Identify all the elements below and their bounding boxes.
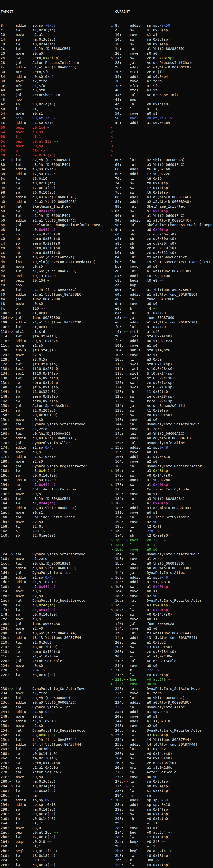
asm-line: 24c: addiu a1,s1,0x810 — [1, 719, 106, 723]
asm-line: 148: move a1,zero — [107, 427, 213, 431]
asm-line: 4c: lh v0,0x1c(s0) — [1, 102, 106, 106]
asm-line: 188: lw a3,0x4c(sp) — [1, 468, 106, 473]
asm-line: 104:~> jal func_80A87800 — [1, 315, 106, 320]
asm-line: c4: sb zero,0x30f(s0) — [1, 241, 106, 246]
asm-line: i 218: b 27c ~> — [107, 668, 213, 673]
asm-line: i 1c8: addiu a1,sp,0x48 — [107, 575, 213, 580]
asm-line: 284:~> lw s0,0x34(sp) — [1, 784, 106, 788]
asm-line: fc: b 110 ~> — [1, 306, 106, 311]
asm-line: 19c: move a0,s1 — [1, 492, 106, 496]
asm-line: b4: lui t9,%hi(gSaveContext) — [107, 255, 213, 260]
asm-line: 18c: addiu a3,a3,%lo(D_80A88CB4) — [107, 506, 213, 510]
asm-line: 2b8: li at,1 — [1, 844, 106, 849]
asm-line: 1b4: jal DynaPolyInfo_SetActorMove — [107, 552, 213, 557]
asm-line: 100: lui at,0x4120 — [1, 311, 106, 315]
target-column: TARGET 8: addiu sp,sp,-0x58c: sw s1,0x38… — [1, 0, 106, 868]
asm-line: 164: move a1,zero — [1, 427, 106, 431]
asm-line: 274: move a0,s0 — [107, 775, 213, 779]
asm-line: 198: move a2,s0 — [107, 520, 213, 524]
asm-line: b0: sb zero,0x311(s0) — [107, 250, 213, 255]
current-header: CURRENT — [107, 9, 213, 14]
asm-line: 26c: sw t4,0x130(s0) — [1, 756, 106, 761]
asm-line: 230: lui a0,%hi(D_0600BA8C) — [107, 695, 213, 700]
asm-line: 48: nop — [107, 97, 213, 102]
asm-line: 74: sw t8,0x18(sp) — [107, 181, 213, 186]
current-column: CURRENT i 8: addiu sp,sp,-0x50 c: sw s1,… — [107, 0, 213, 868]
asm-line: 1cc: lui a0,%hi(D_06001830) — [1, 561, 106, 566]
asm-line: 248: move a0,s1 — [1, 714, 106, 719]
asm-line: 26c: ori a1,a1,0x2d0e — [107, 765, 213, 770]
asm-line: 110:~> mtc1 at,$f6 — [1, 329, 106, 334]
asm-line: 10c: lui at,0x4120 — [1, 325, 106, 329]
asm-line: a8: sb zero,0x30f(s0) — [107, 241, 213, 246]
asm-line: 104: sub.s $f8,$f4,$f6 — [107, 348, 213, 352]
asm-line: 134: swc1 $f10,0x14(sp) — [1, 371, 106, 376]
asm-line: 14: sw ra,0x3c(sp) — [107, 37, 213, 42]
asm-line: 180: move a0,s1 — [107, 492, 213, 496]
asm-line: 25c: lui a1,0x3db2 — [107, 747, 213, 751]
asm-line: 244: addiu a1,s1,0x810 — [107, 719, 213, 723]
asm-line: 6c: addiu t7,s0,0x22c — [107, 172, 213, 176]
asm-line: 174: addiu a1,sp,0x4c — [1, 445, 106, 450]
asm-line: 1e8: move a2,s0 — [1, 594, 106, 598]
asm-line: s 1e0: lw a3,0x48(sp) — [107, 603, 213, 608]
asm-line: 1c: lui a1,%hi(D_80A88CE0) — [1, 46, 106, 51]
asm-line: f0: lui at,0x4120 — [107, 325, 213, 329]
asm-line: 2c: addiu a1,a1,%lo(D_80A88CE0) — [1, 65, 106, 70]
asm-line: 1c4:~> jal DynaPolyInfo_SetActorMove — [1, 552, 106, 557]
asm-line: 15c: move a0,s0 — [1, 417, 106, 422]
asm-line: 144: lh t1,0x32(s0) — [1, 390, 106, 394]
asm-line: 118: swc1 $f10,0x14(sp) — [107, 371, 213, 376]
asm-line: 17c: addiu a1,s1,0x810 — [1, 455, 106, 459]
asm-line: 40: mfc1 a3,$f0 — [1, 88, 106, 93]
asm-line: 2c8: lw ra,0x14(sp) — [1, 863, 106, 867]
asm-line: e8: nop — [1, 283, 106, 287]
asm-line: 20c: addiu t3,t3,%lo(func_80A87F44) — [1, 636, 106, 640]
asm-line: 2b0: li at,1 — [107, 844, 213, 849]
asm-line: 2b4: beql v0,at,2f4 ~> — [107, 849, 213, 853]
asm-line: 78: lw ra,0x3c(sp) — [1, 153, 106, 158]
asm-line: < — [107, 148, 213, 153]
asm-line: i 288: addiu sp,sp,0x50 — [107, 798, 213, 803]
asm-line: 17c: jal Collider_InitCylinder — [107, 487, 213, 492]
asm-line: 154: sw t1,0x20(sp) — [1, 408, 106, 413]
asm-line: 20: move s0,a0 — [1, 51, 106, 56]
asm-line: 264: sw t4,0x130(s0) — [107, 756, 213, 761]
asm-line: i 1a0: b 278 ~> — [107, 529, 213, 533]
asm-line: 234: move a1,zero — [1, 691, 106, 695]
asm-diff-screen: TARGET 8: addiu sp,sp,-0x58c: sw s1,0x38… — [0, 0, 213, 868]
asm-line: dc: lui a1,%hi(func_80A87C30) — [1, 269, 106, 274]
asm-line: 190: addiu a1,s0,0x2b0 — [1, 478, 106, 483]
asm-line: 9c: addiu a3,a3,%lo(D_06001F4C) — [1, 195, 106, 199]
asm-line: 280:~> lw ra,0x3c(sp) — [1, 779, 106, 784]
asm-line: | 58: bne v0,at,1a8 ~> — [107, 116, 213, 121]
asm-line: 7c: ~> lui a2,%hi(D_0600B9A8) — [1, 158, 106, 162]
asm-line — [1, 547, 106, 552]
asm-line: 148: sw zero,0x28(sp) — [1, 394, 106, 399]
asm-line: 220: jal Actor_SetScale — [1, 659, 106, 663]
asm-line: 280: lw s1,0x38(sp) — [107, 788, 213, 793]
asm-line: 288: lw s1,0x38(sp) — [1, 788, 106, 793]
asm-line: 224: move a0,s0 — [1, 663, 106, 668]
asm-line: a4: jal SkelAnime_InitFlex — [1, 204, 106, 209]
asm-line: 108: addiu a1,a1,%lo(func_80A87C30) — [1, 320, 106, 325]
asm-line: 278: jal Actor_SetScale — [1, 770, 106, 775]
asm-line: ec: lui a1,%hi(func_80A87BEC) — [1, 287, 106, 292]
asm-line: 178: move a0,s1 — [1, 450, 106, 455]
asm-line: f4: jal func_80A87800 — [1, 297, 106, 302]
asm-line: 29c: sw a0,0x18(sp) — [1, 812, 106, 816]
asm-line: 270: jal Actor_SetScale — [107, 770, 213, 775]
asm-line: 270: sw zero,0x134(s0) — [1, 761, 106, 765]
asm-line: 1d4: jal DynaPolyInfo_Alloc — [1, 570, 106, 575]
asm-line: b8: lw a0,0x44(sp) — [1, 227, 106, 232]
asm-line: < — [107, 139, 213, 144]
asm-line: 230:~> jal DynaPolyInfo_SetActorMove — [1, 686, 106, 691]
asm-line: 6c: beq v0,at,230 ~> — [1, 139, 106, 144]
asm-line — [1, 538, 106, 542]
asm-line: 1b4: move a2,s0 — [1, 520, 106, 524]
asm-line: 94: sw t7,0x14(sp) — [1, 186, 106, 190]
asm-line: 298: lh v0,0x1c(a0) — [107, 816, 213, 821]
asm-line: 98: jal SkelAnime_ChangeAnimDefaultRepea… — [107, 223, 213, 227]
asm-line: 60: beqz v0,1c4 ~> — [1, 125, 106, 130]
asm-line: 98: sw t6,0x10(sp) — [1, 190, 106, 195]
